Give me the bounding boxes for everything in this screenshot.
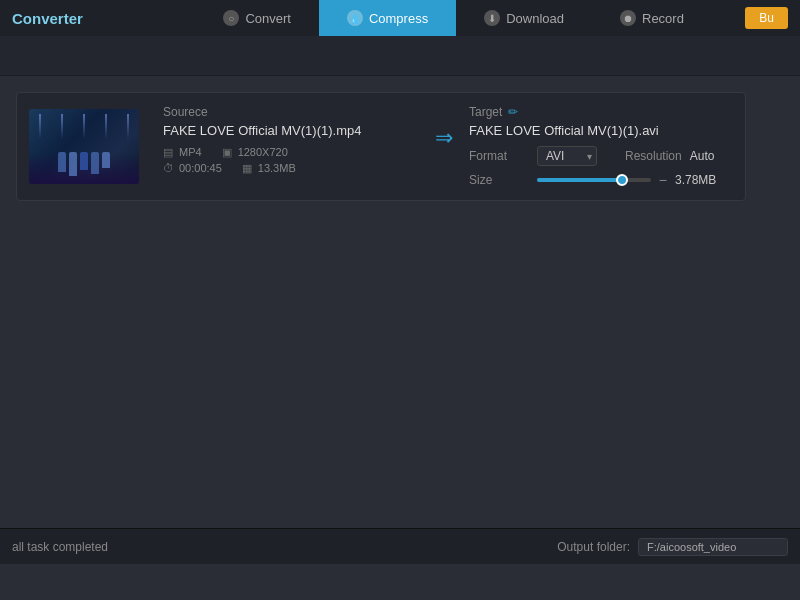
target-label: Target xyxy=(469,105,502,119)
output-folder-label: Output folder: xyxy=(557,540,630,554)
format-label: Format xyxy=(469,149,529,163)
tab-compress[interactable]: 💧 Compress xyxy=(319,0,456,36)
nav-tabs: ○ Convert 💧 Compress ⬇ Download ⏺ Record xyxy=(162,0,745,36)
dancer-3 xyxy=(80,152,88,170)
file-card: Sourece FAKE LOVE Official MV(1)(1).mp4 … xyxy=(16,92,746,201)
stage-light-2 xyxy=(61,114,63,139)
source-filename: FAKE LOVE Official MV(1)(1).mp4 xyxy=(163,123,419,138)
source-meta-row-2: ⏱ 00:00:45 ▦ 13.3MB xyxy=(163,162,419,174)
source-resolution: 1280X720 xyxy=(238,146,288,158)
filesize-icon: ▦ xyxy=(242,162,254,174)
edit-icon[interactable]: ✏ xyxy=(508,105,518,119)
size-slider-track[interactable] xyxy=(537,178,651,182)
title-bar: Converter ○ Convert 💧 Compress ⬇ Downloa… xyxy=(0,0,800,36)
download-icon: ⬇ xyxy=(484,10,500,26)
format-select[interactable]: AVI MP4 MOV MKV WMV FLV xyxy=(537,146,597,166)
format-row: Format AVI MP4 MOV MKV WMV FLV Resolutio… xyxy=(469,146,725,166)
source-section: Sourece FAKE LOVE Official MV(1)(1).mp4 … xyxy=(155,105,427,174)
tab-record-label: Record xyxy=(642,11,684,26)
buy-button[interactable]: Bu xyxy=(745,7,788,29)
thumbnail-stage xyxy=(29,152,139,176)
target-label-row: Target ✏ xyxy=(469,105,725,119)
source-duration: 00:00:45 xyxy=(179,162,222,174)
dancer-2 xyxy=(69,152,77,176)
size-value: 3.78MB xyxy=(675,173,725,187)
stage-light-4 xyxy=(105,114,107,139)
target-filename: FAKE LOVE Official MV(1)(1).avi xyxy=(469,123,725,138)
source-format: MP4 xyxy=(179,146,202,158)
main-content: Sourece FAKE LOVE Official MV(1)(1).mp4 … xyxy=(0,76,800,564)
toolbar xyxy=(0,36,800,76)
convert-icon: ○ xyxy=(223,10,239,26)
format-select-wrapper[interactable]: AVI MP4 MOV MKV WMV FLV xyxy=(537,146,597,166)
slider-minus-button[interactable]: − xyxy=(659,172,667,188)
tab-convert[interactable]: ○ Convert xyxy=(195,0,319,36)
dancer-4 xyxy=(91,152,99,174)
video-thumbnail xyxy=(29,109,139,184)
size-slider-thumb[interactable] xyxy=(616,174,628,186)
compress-icon: 💧 xyxy=(347,10,363,26)
resolution-value: Auto xyxy=(690,149,715,163)
stage-light-1 xyxy=(39,114,41,139)
target-section: Target ✏ FAKE LOVE Official MV(1)(1).avi… xyxy=(461,105,733,188)
thumbnail-lights xyxy=(29,114,139,139)
dancer-1 xyxy=(58,152,66,172)
source-duration-item: ⏱ 00:00:45 xyxy=(163,162,222,174)
source-format-item: ▤ MP4 xyxy=(163,146,202,158)
convert-arrow-icon: ⇒ xyxy=(435,125,453,151)
source-meta-row-1: ▤ MP4 ▣ 1280X720 xyxy=(163,146,419,158)
tab-download-label: Download xyxy=(506,11,564,26)
tab-download[interactable]: ⬇ Download xyxy=(456,0,592,36)
source-resolution-item: ▣ 1280X720 xyxy=(222,146,288,158)
format-icon: ▤ xyxy=(163,146,175,158)
resolution-label: Resolution xyxy=(625,149,682,163)
size-slider-fill xyxy=(537,178,622,182)
status-text: all task completed xyxy=(12,540,108,554)
stage-light-5 xyxy=(127,114,129,139)
record-icon: ⏺ xyxy=(620,10,636,26)
size-label: Size xyxy=(469,173,529,187)
tab-record[interactable]: ⏺ Record xyxy=(592,0,712,36)
tab-convert-label: Convert xyxy=(245,11,291,26)
stage-light-3 xyxy=(83,114,85,139)
arrow-container: ⇒ xyxy=(427,105,461,151)
source-label: Sourece xyxy=(163,105,419,119)
sections-container: Sourece FAKE LOVE Official MV(1)(1).mp4 … xyxy=(155,105,733,188)
size-row: Size − 3.78MB xyxy=(469,172,725,188)
app-title: Converter xyxy=(12,10,162,27)
resolution-icon: ▣ xyxy=(222,146,234,158)
output-folder-path[interactable]: F:/aicoosoft_video xyxy=(638,538,788,556)
source-size-item: ▦ 13.3MB xyxy=(242,162,296,174)
source-size: 13.3MB xyxy=(258,162,296,174)
tab-compress-label: Compress xyxy=(369,11,428,26)
duration-icon: ⏱ xyxy=(163,162,175,174)
output-folder-section: Output folder: F:/aicoosoft_video xyxy=(557,538,788,556)
dancer-5 xyxy=(102,152,110,168)
status-bar: all task completed Output folder: F:/aic… xyxy=(0,528,800,564)
